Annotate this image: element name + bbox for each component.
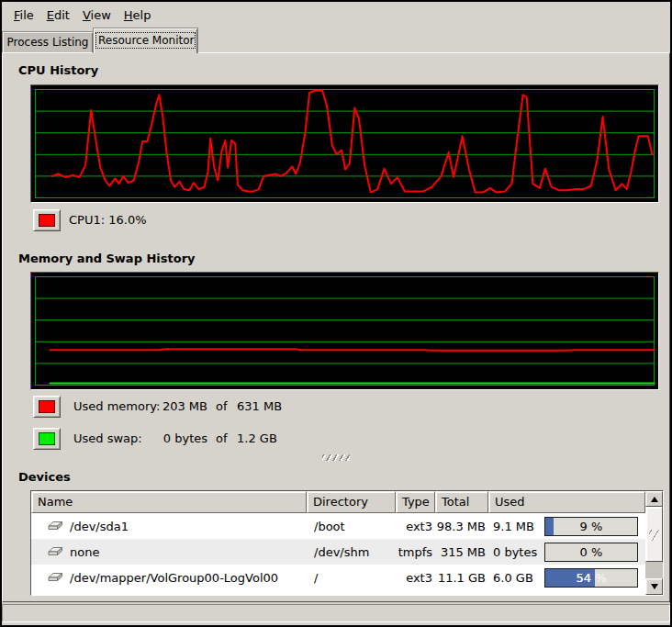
up-arrow-icon	[651, 497, 658, 502]
device-directory-cell: /boot	[307, 520, 396, 533]
legend-total: 1.2 GB	[237, 428, 277, 450]
device-total-cell: 98.3 MB	[435, 520, 488, 533]
scrollbar-thumb[interactable]	[645, 507, 663, 562]
device-name: /dev/sda1	[70, 520, 129, 533]
legend-total: 631 MB	[237, 396, 282, 418]
menubar: FileEditViewHelp	[2, 2, 670, 28]
device-type-cell: tmpfs	[396, 545, 435, 559]
device-total-cell: 11.1 GB	[435, 571, 488, 585]
device-name-cell: none	[31, 545, 307, 559]
device-row[interactable]: /dev/sda1/bootext398.3 MB9.1 MB9 %9 %	[31, 513, 645, 539]
cpu-legend-label: CPU1: 16.0%	[69, 209, 147, 231]
device-name: none	[70, 545, 99, 559]
cpu-legend-swatch[interactable]	[33, 209, 61, 231]
device-used-value: 0 bytes	[493, 545, 537, 559]
menu-edit[interactable]: Edit	[40, 5, 76, 26]
progress-fill-label-clip: 54 %	[545, 569, 595, 587]
disk-icon	[48, 545, 63, 558]
devices-frame: NameDirectoryTypeTotalUsed /dev/sda1/boo…	[30, 490, 664, 596]
disk-icon	[48, 520, 63, 532]
memory-legend-row: Used memory:203 MBof631 MB	[33, 396, 419, 418]
disk-icon	[48, 571, 63, 584]
tab-bar: Process Listing Resource Monitor	[2, 28, 670, 52]
legend-swatch[interactable]	[33, 396, 61, 418]
tab-process-listing[interactable]: Process Listing	[2, 31, 94, 53]
progress-fill-label-clip: 9 %	[545, 518, 554, 535]
tab-label: Resource Monitor	[95, 32, 196, 49]
color-swatch	[39, 432, 55, 445]
menu-file[interactable]: File	[7, 5, 40, 26]
legend-of: of	[216, 428, 228, 450]
devices-scrollbar[interactable]	[645, 491, 663, 595]
memory-swap-chart	[30, 272, 659, 390]
column-header-type[interactable]: Type	[396, 491, 435, 513]
device-used-cell: 6.0 GB54 %54 %	[488, 568, 645, 588]
device-row[interactable]: none/dev/shmtmpfs315 MB0 bytes0 %0 %	[31, 539, 645, 565]
window: FileEditViewHelp Process Listing Resourc…	[2, 2, 670, 625]
column-header-used[interactable]: Used	[488, 491, 645, 513]
usage-progress-bar: 54 %54 %	[544, 568, 638, 588]
color-swatch	[39, 400, 55, 413]
progress-label: 9 %	[545, 518, 637, 535]
menu-help[interactable]: Help	[118, 5, 158, 26]
menu-view[interactable]: View	[76, 5, 118, 26]
device-used-value: 9.1 MB	[493, 520, 534, 533]
devices-table: NameDirectoryTypeTotalUsed /dev/sda1/boo…	[31, 491, 645, 595]
device-type-cell: ext3	[396, 520, 435, 533]
down-arrow-icon	[651, 584, 658, 589]
device-name: /dev/mapper/VolGroup00-LogVol00	[70, 571, 278, 585]
devices-table-body: /dev/sda1/bootext398.3 MB9.1 MB9 %9 %non…	[31, 513, 645, 590]
tab-label: Process Listing	[5, 35, 91, 50]
device-used-cell: 9.1 MB9 %9 %	[488, 517, 645, 536]
cpu-history-chart	[30, 84, 659, 203]
thumb-grip	[649, 530, 659, 541]
scroll-down-button[interactable]	[645, 578, 663, 595]
status-bar	[2, 604, 670, 622]
device-name-cell: /dev/mapper/VolGroup00-LogVol00	[31, 571, 307, 585]
device-directory-cell: /dev/shm	[307, 545, 396, 559]
legend-swatch[interactable]	[33, 428, 61, 450]
pane-resize-grip[interactable]	[322, 454, 350, 461]
device-name-cell: /dev/sda1	[31, 520, 307, 533]
device-type-cell: ext3	[396, 571, 435, 585]
resource-monitor-page: CPU History CPU1: 16.0% Memory and Swap …	[2, 52, 670, 602]
device-total-cell: 315 MB	[435, 545, 488, 559]
device-used-value: 6.0 GB	[493, 571, 533, 585]
usage-progress-bar: 9 %9 %	[544, 517, 638, 536]
memory-legend-row: Used swap:0 bytesof1.2 GB	[33, 428, 419, 450]
device-row[interactable]: /dev/mapper/VolGroup00-LogVol00/ext311.1…	[31, 565, 645, 590]
column-header-directory[interactable]: Directory	[307, 491, 396, 513]
progress-label: 0 %	[545, 543, 637, 561]
cpu-color-swatch	[39, 214, 55, 227]
scroll-up-button[interactable]	[645, 491, 663, 507]
usage-progress-bar: 0 %0 %	[544, 543, 638, 562]
column-header-name[interactable]: Name	[31, 491, 307, 513]
legend-value: 0 bytes	[123, 428, 207, 450]
memory-swap-title: Memory and Swap History	[18, 252, 196, 265]
devices-title: Devices	[18, 470, 71, 484]
column-header-total[interactable]: Total	[435, 491, 488, 513]
cpu-history-title: CPU History	[18, 63, 98, 77]
legend-value: 203 MB	[123, 396, 207, 418]
tab-resource-monitor[interactable]: Resource Monitor	[93, 28, 198, 53]
legend-of: of	[216, 396, 228, 418]
device-used-cell: 0 bytes0 %0 %	[488, 543, 645, 562]
devices-table-header: NameDirectoryTypeTotalUsed	[31, 491, 645, 513]
device-directory-cell: /	[307, 571, 396, 585]
